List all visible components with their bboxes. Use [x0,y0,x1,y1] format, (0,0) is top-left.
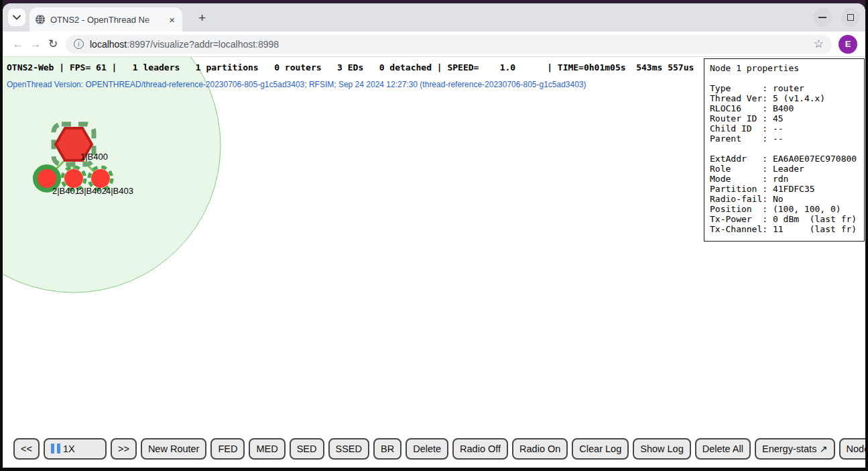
node-2-label: 2|B401 [52,186,80,196]
med-button[interactable]: MED [249,438,285,460]
fed-button[interactable]: FED [210,438,245,460]
node-4-body [91,169,110,188]
node-3-body [64,169,83,188]
clear-log-button[interactable]: Clear Log [572,438,629,460]
forward-icon[interactable]: → [27,38,44,51]
node-properties-text: Type : router Thread Ver: 5 (v1.4.x) RLO… [710,73,859,234]
speed-button[interactable]: 1X [44,438,107,460]
tab-strip: OTNS2 - OpenThread Ne × + [3,3,865,32]
radio-off-button[interactable]: Radio Off [452,438,508,460]
node-properties-title: Node 1 properties [710,63,859,73]
address-bar[interactable]: i localhost:8997/visualize?addr=localhos… [66,35,832,54]
browser-window: OTNS2 - OpenThread Ne × + ← → ↻ i localh… [3,3,865,468]
new-router-button[interactable]: New Router [141,438,207,460]
sed-button[interactable]: SED [290,438,324,460]
node-4-label: 4|B403 [106,186,133,196]
browser-tab[interactable]: OTNS2 - OpenThread Ne × [29,7,182,32]
simulation-status-bar: OTNS2-Web | FPS= 61 | 1 leaders 1 partit… [7,62,694,72]
site-info-icon[interactable]: i [74,39,84,49]
globe-favicon-icon [35,14,46,25]
ssed-button[interactable]: SSED [328,438,370,460]
reload-icon[interactable]: ↻ [44,37,62,51]
tab-close-icon[interactable]: × [167,13,177,26]
chevron-down-icon [13,15,21,20]
rewind-button[interactable]: << [13,438,40,460]
show-log-button[interactable]: Show Log [633,438,691,460]
otns-visualizer-page: OTNS2-Web | FPS= 61 | 1 leaders 1 partit… [3,57,865,468]
pause-icon [57,443,60,454]
bookmark-star-icon[interactable]: ☆ [814,37,824,51]
tab-title-fade [145,15,162,25]
window-maximize-button[interactable] [841,8,860,27]
new-tab-button[interactable]: + [194,9,210,27]
node-3-label: 3|B402 [79,186,107,196]
node-2-body [38,169,56,188]
node-properties-panel: Node 1 properties Type : router Thread V… [704,58,865,242]
url-text: localhost:8997/visualize?addr=localhost:… [90,39,279,50]
node-1-label: 1|B400 [80,152,108,162]
br-button[interactable]: BR [373,438,401,460]
minimize-icon [818,17,826,18]
action-toolbar: << 1X >> New Router FED MED SED SSED BR … [13,438,865,460]
pause-icon [51,443,54,454]
tab-search-button[interactable] [8,9,25,26]
maximize-icon [847,14,854,21]
tab-title: OTNS2 - OpenThread Ne [50,15,162,25]
energy-stats-button[interactable]: Energy-stats ↗ [755,438,835,460]
node-stats-button[interactable]: Node-stats ↗ [839,438,865,460]
radio-on-button[interactable]: Radio On [512,438,568,460]
speed-label: 1X [63,443,75,455]
delete-all-button[interactable]: Delete All [695,438,751,460]
window-minimize-button[interactable] [813,8,832,27]
fast-forward-button[interactable]: >> [111,438,137,460]
openthread-version-text: OpenThread Version: OPENTHREAD/thread-re… [7,80,586,89]
delete-button[interactable]: Delete [406,438,448,460]
profile-avatar[interactable]: E [839,35,857,54]
back-icon[interactable]: ← [9,38,27,51]
address-toolbar: ← → ↻ i localhost:8997/visualize?addr=lo… [3,32,865,57]
